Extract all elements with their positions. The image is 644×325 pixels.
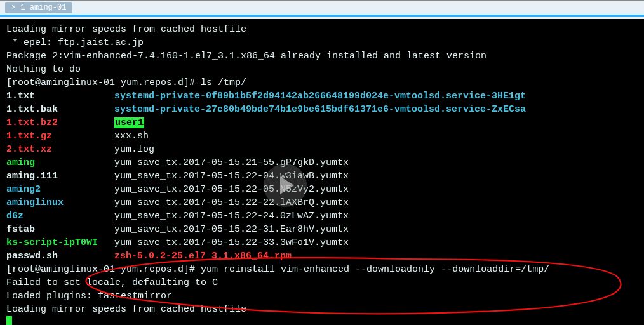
- output-line: Failed to set locale, defaulting to C: [6, 276, 638, 289]
- file-name: fstab: [6, 223, 114, 236]
- file-name: aming2: [6, 183, 114, 196]
- output-line: Nothing to do: [6, 63, 638, 76]
- file-name: 1.txt.bz2: [6, 116, 114, 129]
- file-name: 2.txt.xz: [6, 143, 114, 156]
- cursor: [6, 316, 12, 325]
- file-name: 1.txt.bak: [6, 103, 114, 116]
- file-name: xxx.sh: [114, 131, 149, 142]
- prompt: [root@aminglinux-01 yum.repos.d]#: [6, 77, 201, 88]
- play-icon[interactable]: [264, 164, 307, 207]
- file-name: yum_save_tx.2017-05-15.22-04.w3iawB.yumt…: [114, 171, 349, 182]
- file-name: aming: [6, 156, 114, 169]
- tab-bar: × 1 aming-01: [0, 0, 644, 17]
- file-name: user1: [114, 117, 144, 128]
- file-name: aming.111: [6, 169, 114, 183]
- file-name: systemd-private-0f89b1b5f2d94142ab266648…: [114, 91, 526, 102]
- file-name: zsh-5.0.2-25.el7_3.1.x86_64.rpm: [114, 251, 292, 262]
- command: yum reinstall vim-enhanced --downloadonl…: [201, 264, 549, 275]
- output-line: Loading mirror speeds from cached hostfi…: [6, 23, 638, 36]
- file-name: aminglinux: [6, 196, 114, 209]
- output-line: * epel: ftp.jaist.ac.jp: [6, 36, 638, 50]
- file-name: yum_save_tx.2017-05-15.21-55.gP7gkD.yumt…: [114, 157, 349, 168]
- terminal[interactable]: Loading mirror speeds from cached hostfi…: [0, 19, 644, 325]
- file-name: systemd-private-27c80b49bde74b1e9be615bd…: [114, 104, 526, 115]
- file-name: yum_save_tx.2017-05-15.22-05.N5zVy2.yumt…: [114, 184, 349, 195]
- close-icon[interactable]: ×: [11, 3, 16, 12]
- prompt: [root@aminglinux-01 yum.repos.d]#: [6, 264, 201, 275]
- file-name: yum_save_tx.2017-05-15.22-31.Ear8hV.yumt…: [114, 224, 349, 235]
- file-name: d6z: [6, 209, 114, 223]
- output-line: Package 2:vim-enhanced-7.4.160-1.el7_3.1…: [6, 50, 638, 63]
- window-tab[interactable]: × 1 aming-01: [5, 2, 72, 13]
- file-name: 1.txt.gz: [6, 129, 114, 143]
- file-name: ks-script-ipT0WI: [6, 236, 114, 249]
- file-name: yum.log: [114, 144, 154, 155]
- file-name: yum_save_tx.2017-05-15.22-22.lAXBrQ.yumt…: [114, 197, 349, 208]
- file-name: passwd.sh: [6, 249, 114, 263]
- output-line: Loading mirror speeds from cached hostfi…: [6, 303, 638, 316]
- file-name: yum_save_tx.2017-05-15.22-24.0zLwAZ.yumt…: [114, 211, 349, 222]
- output-line: Loaded plugins: fastestmirror: [6, 289, 638, 303]
- file-name: 1.txt: [6, 90, 114, 103]
- command: ls /tmp/: [201, 77, 246, 88]
- tab-label: 1 aming-01: [20, 3, 66, 12]
- terminal-output: Loading mirror speeds from cached hostfi…: [6, 23, 638, 316]
- file-name: yum_save_tx.2017-05-15.22-33.3wFo1V.yumt…: [114, 237, 349, 248]
